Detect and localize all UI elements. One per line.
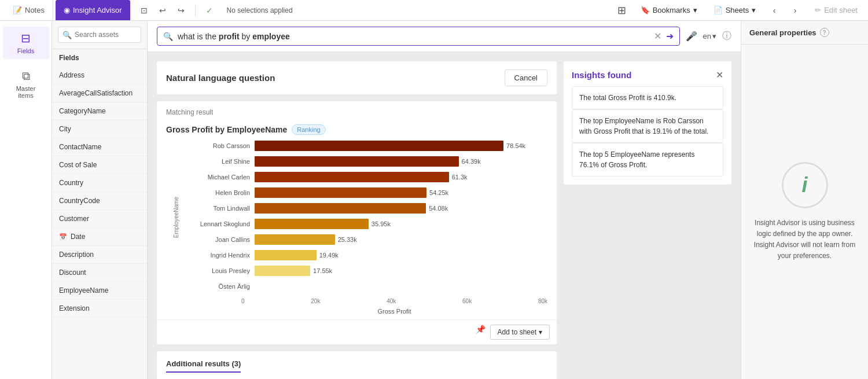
insights-panel: Insights found ✕ The total Gross Profit … [564,61,731,185]
nlq-search-icon: 🔍 [163,32,173,41]
calendar-icon: 📅 [59,233,67,241]
y-axis-label: EmployeeName [171,197,179,238]
sidebar-item-master-items[interactable]: ⧉ Master items [3,65,49,104]
bar-value: 25.33k [338,236,357,243]
x-tick: 20k [311,298,320,304]
chart-inner: EmployeeName Rob Carsson 78.54k Leif Shi… [166,139,547,296]
ranking-badge: Ranking [292,124,325,135]
field-item[interactable]: Discount [52,264,147,282]
redo-icon[interactable]: ↪ [174,3,188,17]
nlq-input[interactable]: what is the profit by employee [178,32,649,41]
master-items-icon: ⧉ [22,69,30,83]
field-item[interactable]: AverageCallSatisfaction [52,84,147,102]
bookmark-icon: 🔖 [641,6,650,14]
cancel-button[interactable]: Cancel [505,69,547,86]
chart-bars-wrap: Rob Carsson 78.54k Leif Shine 64.39k Mic… [179,139,547,296]
general-props-header: General properties ? [741,21,868,45]
chart-footer: 📌 Add to sheet ▾ [157,319,557,344]
results-column: Natural language question Cancel Matchin… [157,61,557,370]
insight-icon: ◉ [64,6,70,14]
fields-search: 🔍 [52,21,147,49]
prev-sheet-icon[interactable]: ‹ [767,3,781,17]
insight-item: The top EmployeeName is Rob Carsson with… [572,109,723,143]
bar-fill [255,219,369,229]
nlq-submit-icon[interactable]: ➜ [666,31,674,42]
chevron-down-icon: ▾ [693,6,697,14]
center-content: 🔍 what is the profit by employee ✕ ➜ 🎤 e… [148,21,741,379]
bar-label: Michael Carlen [179,174,255,181]
bar-track: 25.33k [255,234,547,245]
insight-item: The total Gross Profit is 410.9k. [572,86,723,109]
undo-icon[interactable]: ↩ [156,3,170,17]
sidebar: ⊟ Fields ⧉ Master items [0,21,52,379]
bar-track: 17.55k [255,266,547,276]
sheets-button[interactable]: 📄 Sheets ▾ [709,3,760,17]
add-to-sheet-button[interactable]: Add to sheet ▾ [490,325,550,340]
additional-results-card: Additional results (3) [157,351,557,379]
field-item[interactable]: Address [52,67,147,84]
pin-icon[interactable]: 📌 [476,325,486,340]
insights-header: Insights found ✕ [572,69,723,80]
nlq-info-icon[interactable]: ⓘ [722,30,731,42]
insights-close-icon[interactable]: ✕ [716,69,723,80]
toolbar-icons: ⊡ ↩ ↪ ✓ No selections applied [137,3,299,17]
matching-result-card: Matching result Gross Profit by Employee… [157,101,557,344]
search-assets-input[interactable] [58,27,141,43]
insight-item: The top 5 EmployeeName represents 76.1% … [572,143,723,176]
field-item[interactable]: 📅Date [52,228,147,246]
edit-icon: ✏ [815,6,821,14]
toolbar-right: ⊞ 🔖 Bookmarks ▾ 📄 Sheets ▾ ‹ › ✏ Edit sh… [615,3,863,17]
tab-notes[interactable]: 📝 Notes [5,0,53,20]
tab-insight-advisor[interactable]: ◉ Insight Advisor [56,0,130,20]
fields-icon: ⊟ [21,31,31,45]
general-props-info-icon[interactable]: ? [820,28,829,37]
bar-value: 19.49k [319,252,339,259]
results-scroll: Natural language question Cancel Matchin… [148,52,741,379]
field-item[interactable]: Cost of Sale [52,156,147,174]
field-item[interactable]: Extension [52,300,147,318]
bar-label: Leif Shine [179,158,255,165]
x-tick: 40k [387,298,396,304]
zoom-icon[interactable]: ⊡ [137,3,151,17]
nlq-input-wrap[interactable]: 🔍 what is the profit by employee ✕ ➜ [157,27,680,46]
bookmarks-button[interactable]: 🔖 Bookmarks ▾ [636,3,702,17]
bar-track: 35.95k [255,219,547,229]
bar-row: Louis Presley 17.55k [179,264,547,277]
nlq-lang-selector[interactable]: en ▾ [703,32,716,41]
bar-fill [255,250,317,260]
bar-fill [255,156,459,167]
chevron-down-icon-sheet: ▾ [539,328,542,336]
field-item[interactable]: Customer [52,210,147,228]
bar-row: Leif Shine 64.39k [179,155,547,168]
bar-fill [255,172,449,182]
x-axis: 020k40k60k80k [166,296,547,307]
bar-row: Rob Carsson 78.54k [179,139,547,152]
bar-row: Tom Lindwall 54.08k [179,202,547,215]
nlq-mic-icon[interactable]: 🎤 [686,31,697,42]
fields-section-title: Fields [52,49,147,67]
field-item[interactable]: Country [52,174,147,192]
insight-advisor-icon-large [782,162,828,208]
bar-label: Joan Callins [179,236,255,243]
field-item[interactable]: CountryCode [52,192,147,210]
bar-value: 78.54k [506,142,525,149]
field-item[interactable]: ContactName [52,138,147,156]
main-area: ⊟ Fields ⧉ Master items 🔍 Fields Address… [0,21,868,379]
general-props-panel: General properties ? Insight Advisor is … [741,21,868,379]
bar-track: 78.54k [255,141,547,151]
field-item[interactable]: Description [52,246,147,264]
bar-row: Östen Ärlig [179,280,547,293]
sidebar-item-fields[interactable]: ⊟ Fields [3,27,49,59]
field-item[interactable]: City [52,120,147,138]
edit-sheet-button[interactable]: ✏ Edit sheet [809,3,863,17]
field-item[interactable]: EmployeeName [52,282,147,300]
bar-label: Rob Carsson [179,142,255,149]
grid-icon[interactable]: ⊞ [615,3,629,17]
nlq-clear-icon[interactable]: ✕ [654,31,661,42]
insights-title: Insights found [572,70,631,80]
bar-fill [255,266,310,276]
check-circle-icon: ✓ [203,3,216,17]
next-sheet-icon[interactable]: › [788,3,802,17]
field-item[interactable]: CategoryName [52,102,147,120]
nlq-prefix: what is the [178,32,219,41]
